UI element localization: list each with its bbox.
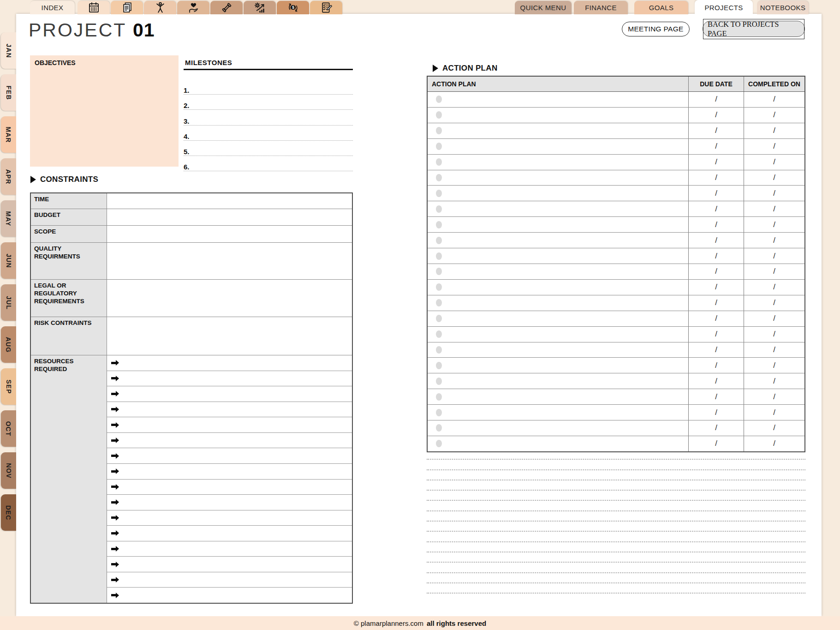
resource-line[interactable] — [107, 433, 352, 449]
completed-on-cell[interactable]: / — [744, 217, 804, 232]
completed-on-cell[interactable]: / — [744, 123, 804, 138]
action-task-cell[interactable] — [428, 358, 689, 373]
objectives-box[interactable]: OBJECTIVES — [30, 55, 179, 167]
due-date-cell[interactable]: / — [689, 248, 744, 264]
due-date-cell[interactable]: / — [689, 280, 744, 295]
action-task-cell[interactable] — [428, 327, 689, 342]
month-tab-aug[interactable]: AUG — [1, 326, 16, 363]
completed-on-cell[interactable]: / — [744, 420, 804, 436]
tab-checklist[interactable] — [310, 1, 342, 14]
due-date-cell[interactable]: / — [689, 108, 744, 123]
milestone-line-4[interactable]: 4. — [184, 126, 353, 141]
action-task-cell[interactable] — [428, 342, 689, 358]
action-task-cell[interactable] — [428, 108, 689, 123]
month-tab-nov[interactable]: NOV — [1, 452, 16, 489]
tab-money-cycle[interactable]: $ — [277, 1, 309, 14]
due-date-cell[interactable]: / — [689, 139, 744, 154]
tab-heart-hand[interactable] — [177, 1, 209, 14]
action-task-cell[interactable] — [428, 264, 689, 279]
action-task-cell[interactable] — [428, 436, 689, 451]
month-tab-jul[interactable]: JUL — [1, 284, 16, 321]
completed-on-cell[interactable]: / — [744, 373, 804, 389]
resource-line[interactable] — [107, 541, 352, 557]
due-date-cell[interactable]: / — [689, 327, 744, 342]
month-tab-oct[interactable]: OCT — [1, 410, 16, 447]
due-date-cell[interactable]: / — [689, 264, 744, 279]
due-date-cell[interactable]: / — [689, 186, 744, 201]
resource-line[interactable] — [107, 464, 352, 480]
note-line[interactable] — [427, 542, 805, 552]
tab-finance[interactable]: FINANCE — [574, 1, 628, 14]
completed-on-cell[interactable]: / — [744, 436, 804, 451]
action-task-cell[interactable] — [428, 295, 689, 311]
completed-on-cell[interactable]: / — [744, 358, 804, 373]
tab-notebooks[interactable]: NOTEBOOKS — [757, 1, 809, 14]
resource-line[interactable] — [107, 448, 352, 464]
completed-on-cell[interactable]: / — [744, 405, 804, 420]
completed-on-cell[interactable]: / — [744, 327, 804, 342]
action-task-cell[interactable] — [428, 155, 689, 170]
completed-on-cell[interactable]: / — [744, 186, 804, 201]
note-line[interactable] — [427, 511, 805, 522]
action-task-cell[interactable] — [428, 170, 689, 186]
resource-line[interactable] — [107, 371, 352, 387]
due-date-cell[interactable]: / — [689, 217, 744, 232]
action-task-cell[interactable] — [428, 280, 689, 295]
due-date-cell[interactable]: / — [689, 123, 744, 138]
resource-line[interactable] — [107, 402, 352, 418]
note-line[interactable] — [427, 460, 805, 470]
month-tab-jan[interactable]: JAN — [1, 32, 16, 69]
completed-on-cell[interactable]: / — [744, 155, 804, 170]
note-line[interactable] — [427, 532, 805, 542]
month-tab-sep[interactable]: SEP — [1, 368, 16, 405]
due-date-cell[interactable]: / — [689, 373, 744, 389]
tab-calendar[interactable] — [77, 1, 110, 14]
constraint-value-cell[interactable] — [107, 226, 352, 242]
due-date-cell[interactable]: / — [689, 233, 744, 248]
tab-projects[interactable]: PROJECTS — [695, 0, 753, 15]
completed-on-cell[interactable]: / — [744, 264, 804, 279]
due-date-cell[interactable]: / — [689, 358, 744, 373]
due-date-cell[interactable]: / — [689, 436, 744, 451]
tab-documents[interactable] — [111, 1, 143, 14]
action-task-cell[interactable] — [428, 311, 689, 326]
note-line[interactable] — [427, 491, 805, 501]
completed-on-cell[interactable]: / — [744, 92, 804, 107]
completed-on-cell[interactable]: / — [744, 311, 804, 326]
resource-line[interactable] — [107, 417, 352, 433]
tab-goals[interactable]: GOALS — [634, 1, 688, 14]
due-date-cell[interactable]: / — [689, 170, 744, 186]
action-task-cell[interactable] — [428, 248, 689, 264]
resource-line[interactable] — [107, 588, 352, 603]
constraint-value-cell[interactable] — [107, 280, 352, 317]
due-date-cell[interactable]: / — [689, 420, 744, 436]
milestone-line-3[interactable]: 3. — [184, 110, 353, 125]
completed-on-cell[interactable]: / — [744, 248, 804, 264]
month-tab-jun[interactable]: JUN — [1, 242, 16, 279]
action-task-cell[interactable] — [428, 201, 689, 216]
completed-on-cell[interactable]: / — [744, 295, 804, 311]
constraint-value-cell[interactable] — [107, 209, 352, 225]
completed-on-cell[interactable]: / — [744, 342, 804, 358]
back-to-projects-button[interactable]: BACK TO PROJECTS PAGE — [703, 21, 805, 37]
due-date-cell[interactable]: / — [689, 92, 744, 107]
action-task-cell[interactable] — [428, 405, 689, 420]
completed-on-cell[interactable]: / — [744, 201, 804, 216]
resource-line[interactable] — [107, 355, 352, 371]
note-line[interactable] — [427, 573, 805, 583]
completed-on-cell[interactable]: / — [744, 108, 804, 123]
action-task-cell[interactable] — [428, 186, 689, 201]
resource-line[interactable] — [107, 572, 352, 588]
tab-index[interactable]: INDEX — [30, 1, 75, 14]
milestone-line-6[interactable]: 6. — [184, 156, 353, 171]
milestone-line-1[interactable]: 1. — [184, 79, 353, 95]
action-task-cell[interactable] — [428, 389, 689, 404]
due-date-cell[interactable]: / — [689, 201, 744, 216]
resource-line[interactable] — [107, 480, 352, 495]
completed-on-cell[interactable]: / — [744, 170, 804, 186]
action-task-cell[interactable] — [428, 217, 689, 232]
note-line[interactable] — [427, 450, 805, 460]
constraint-value-cell[interactable] — [107, 243, 352, 279]
action-task-cell[interactable] — [428, 123, 689, 138]
action-task-cell[interactable] — [428, 420, 689, 436]
